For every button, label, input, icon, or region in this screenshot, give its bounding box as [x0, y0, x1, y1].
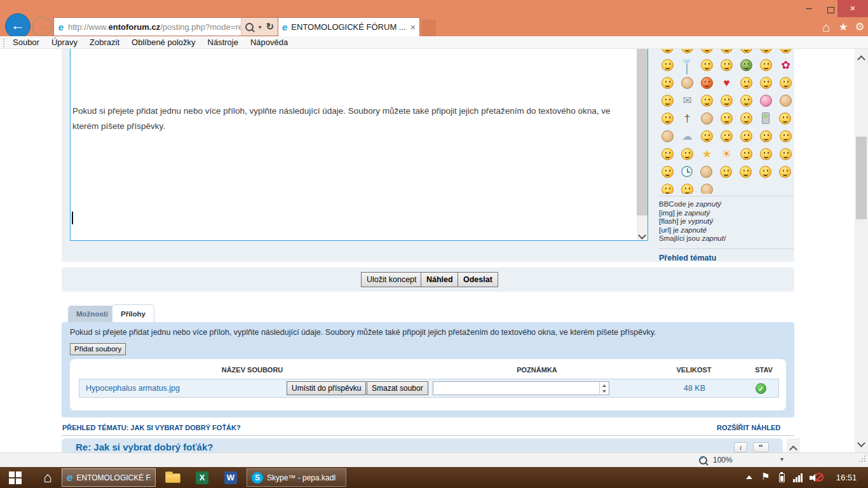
smiley-martini[interactable]	[681, 59, 693, 71]
smiley-surprised[interactable]	[780, 77, 792, 89]
smiley-pout[interactable]	[661, 59, 674, 71]
settings-gear-icon[interactable]: ⚙	[852, 20, 867, 35]
search-dropdown-icon[interactable]: ▾	[258, 24, 261, 30]
smiley-grimace[interactable]	[780, 148, 792, 160]
smiley-neutral[interactable]	[740, 95, 752, 107]
smiley-brows-up[interactable]	[779, 166, 791, 178]
smiley-cut-6[interactable]	[760, 49, 772, 53]
smiley-tongue[interactable]	[701, 95, 713, 107]
smiley-rain[interactable]: ☁	[681, 130, 693, 142]
volume-muted-icon[interactable]	[810, 473, 822, 483]
smiley-in-love[interactable]	[760, 77, 772, 89]
smiley-salute[interactable]	[721, 130, 733, 142]
smiley-unamused[interactable]	[721, 59, 733, 71]
smiley-heart[interactable]: ♥	[721, 77, 733, 89]
delete-file-button[interactable]: Smazat soubor	[367, 381, 428, 395]
scroll-up-icon[interactable]	[857, 55, 865, 64]
save-draft-button[interactable]: Uložit koncept	[361, 272, 423, 287]
smiley-sun[interactable]: ☀	[721, 148, 733, 160]
search-icon[interactable]	[245, 23, 254, 31]
battery-icon[interactable]	[779, 473, 785, 482]
textarea-scrollbar-thumb[interactable]	[637, 49, 648, 215]
excel-icon[interactable]: X	[196, 471, 208, 484]
submit-button[interactable]: Odeslat	[458, 272, 498, 287]
tab-close-icon[interactable]: ×	[410, 22, 416, 32]
smiley-sweat[interactable]	[760, 148, 772, 160]
topic-review-link[interactable]: Přehled tématu	[659, 254, 794, 262]
smiley-envelope[interactable]: ✉	[681, 95, 693, 107]
tab-attachments[interactable]: Přílohy	[112, 304, 154, 322]
smiley-shocked[interactable]	[740, 148, 752, 160]
home-icon[interactable]: ⌂	[818, 20, 834, 35]
file-explorer-icon[interactable]	[165, 473, 180, 483]
zoom-dropdown-icon[interactable]: ▾	[780, 456, 783, 463]
smiley-behind-bars[interactable]	[701, 77, 713, 89]
preview-button[interactable]: Náhled	[421, 272, 459, 287]
smiley-cry[interactable]	[740, 166, 752, 178]
smiley-boxing[interactable]	[661, 130, 674, 142]
smiley-worried[interactable]	[740, 130, 752, 142]
smiley-cut-1[interactable]	[661, 49, 674, 53]
scroll-down-icon[interactable]	[857, 439, 865, 447]
menu-oblibene[interactable]: Oblíbené položky	[132, 37, 195, 47]
taskbar-skype-window[interactable]: S Skype™ - pepa.kadl	[247, 468, 346, 487]
refresh-icon[interactable]: ↻	[266, 21, 274, 32]
browser-tab[interactable]: e ENTOMOLOGICKÉ FÓRUM ... ×	[278, 17, 420, 36]
word-icon[interactable]: W	[224, 471, 237, 484]
message-textarea[interactable]: Pokud si přejete přidat jednu nebo více …	[70, 49, 648, 241]
textarea-scroll-down-icon[interactable]	[637, 229, 648, 238]
smiley-thumb[interactable]	[720, 166, 732, 178]
new-tab-button[interactable]	[421, 20, 436, 36]
menu-nastroje[interactable]: Nástroje	[208, 37, 238, 47]
smiley-chuckle[interactable]	[740, 77, 752, 89]
smiley-pat[interactable]	[701, 112, 713, 125]
smiley-mooning[interactable]	[760, 95, 772, 107]
address-bar[interactable]: e http://www.entoforum.cz/posting.php?mo…	[53, 17, 278, 36]
smiley-finger[interactable]	[721, 95, 733, 107]
smiley-phone[interactable]	[762, 112, 770, 124]
action-center-flag-icon[interactable]: ⚑	[761, 471, 770, 482]
smiley-smoking[interactable]	[681, 148, 693, 160]
bbcode-link[interactable]: BBCode	[659, 200, 686, 208]
show-hidden-icons-button[interactable]	[746, 475, 752, 479]
smiley-green-angry[interactable]	[740, 59, 752, 71]
smiley-cut-2[interactable]	[681, 49, 693, 53]
menu-soubor[interactable]: Soubor	[13, 37, 39, 47]
smiley-kiss[interactable]	[661, 95, 674, 107]
smiley-shifty[interactable]	[661, 184, 674, 194]
attachment-filename-link[interactable]: Hypocephalus armatus.jpg	[86, 384, 180, 393]
comment-spinner[interactable]	[599, 383, 608, 394]
tab-options[interactable]: Možnosti	[68, 306, 116, 322]
scrollbar-thumb[interactable]	[856, 137, 867, 219]
start-button[interactable]	[9, 471, 22, 484]
zoom-level[interactable]: 100%	[713, 456, 733, 464]
smiley-sick[interactable]	[779, 112, 791, 125]
smiley-muscle[interactable]	[780, 95, 792, 107]
page-scrollbar[interactable]	[855, 49, 868, 452]
smiley-sad[interactable]	[681, 184, 693, 194]
back-button[interactable]: ←	[5, 13, 31, 39]
forward-button[interactable]: →	[32, 17, 52, 37]
smiley-rolleyes[interactable]	[701, 59, 713, 71]
smiley-cut-3[interactable]	[701, 49, 713, 53]
menu-zobrazit[interactable]: Zobrazit	[90, 37, 119, 47]
taskbar-ie-window[interactable]: e ENTOMOLOGICKÉ F...	[62, 468, 156, 487]
post-info-button[interactable]: i	[734, 442, 747, 452]
smiley-wave[interactable]	[700, 166, 712, 178]
smiley-fist[interactable]	[701, 184, 713, 194]
menu-upravy[interactable]: Úpravy	[51, 37, 78, 47]
smiley-clock[interactable]	[681, 166, 693, 177]
smiley-grin[interactable]	[760, 59, 772, 71]
place-inline-button[interactable]: Umístit do příspěvku	[287, 381, 366, 395]
close-window-button[interactable]: ×	[837, 0, 868, 17]
smiley-crucified[interactable]: †	[681, 112, 693, 125]
smiley-nerd[interactable]	[661, 112, 674, 125]
quote-button[interactable]: “	[753, 442, 769, 452]
smiley-star[interactable]: ★	[701, 148, 713, 160]
menu-napoveda[interactable]: Nápověda	[250, 37, 288, 47]
url-text[interactable]: http://www.entoforum.cz/posting.php?mode…	[68, 22, 241, 32]
comment-input[interactable]	[433, 381, 609, 395]
smiley-eyes-up[interactable]	[661, 166, 674, 178]
minimize-button[interactable]: –	[799, 3, 818, 17]
smiley-cut-5[interactable]	[740, 49, 752, 53]
